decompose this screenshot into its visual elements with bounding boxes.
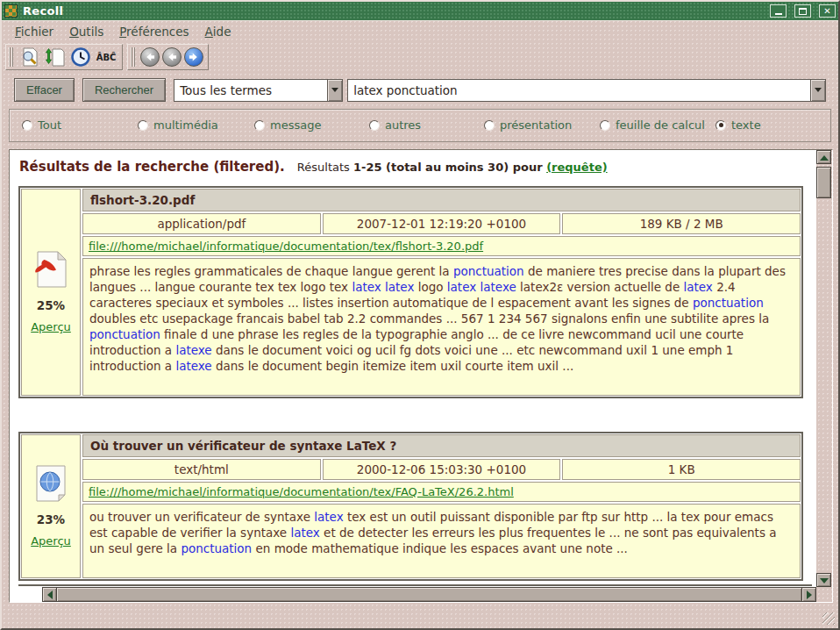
minimize-icon <box>775 12 782 15</box>
result-mimetype: application/pdf <box>82 213 321 234</box>
result-entry: 23% Aperçu Où trouver un vérificateur de… <box>18 432 803 581</box>
sort-results-button[interactable] <box>44 46 67 68</box>
result-date: 2007-12-01 12:19:20 +0100 <box>323 213 561 234</box>
previous-page-button[interactable] <box>162 47 182 67</box>
radio-icon <box>484 120 495 131</box>
result-snippet: ou trouver un verificateur de syntaxe la… <box>82 504 801 578</box>
results-content: Résultats de la recherche (filtered). Ré… <box>11 150 815 586</box>
sort-results-icon <box>45 47 66 68</box>
scroll-up-button[interactable] <box>816 150 831 164</box>
close-icon: ✕ <box>823 7 830 16</box>
document-preview-icon <box>19 47 40 68</box>
clear-button[interactable]: Effacer <box>14 78 75 102</box>
toolbar: ÂBĈ <box>2 42 838 72</box>
menu-item-préférences[interactable]: Préférences <box>111 22 196 41</box>
filter-présentation[interactable]: présentation <box>484 118 572 132</box>
minimize-button[interactable] <box>770 4 787 18</box>
relevance-percent: 25% <box>37 298 65 312</box>
first-page-button[interactable] <box>140 47 160 67</box>
title-bar[interactable]: Recoll ✕ <box>2 2 838 21</box>
result-entry: 25% Aperçu flshort-3.20.pdf application/… <box>18 186 803 398</box>
vertical-scroll-thumb[interactable] <box>816 167 831 198</box>
result-sidebar: 25% Aperçu <box>21 189 81 396</box>
result-url-link[interactable]: file:///home/michael/informatique/docume… <box>89 485 514 498</box>
menu-bar: FichierOutilsPréférencesAide <box>2 21 838 42</box>
term-explorer-icon: ÂBĈ <box>96 53 117 62</box>
result-mimetype: text/html <box>82 459 321 480</box>
result-title: Où trouver un vérificateur de syntaxe La… <box>82 434 801 457</box>
filter-bar: Toutmultimédiamessageautresprésentationf… <box>9 109 831 142</box>
menu-item-outils[interactable]: Outils <box>61 22 111 41</box>
preview-link[interactable]: Aperçu <box>31 534 71 548</box>
maximize-button[interactable] <box>794 4 811 18</box>
menu-item-fichier[interactable]: Fichier <box>7 22 61 41</box>
result-size: 189 KB / 2 MB <box>562 213 801 234</box>
result-url-link[interactable]: file:///home/michael/informatique/docume… <box>89 240 483 253</box>
radio-icon <box>138 120 148 131</box>
results-list: 25% Aperçu flshort-3.20.pdf application/… <box>11 186 815 581</box>
term-explorer-button[interactable]: ÂBĈ <box>95 46 117 68</box>
forward-arrow-icon <box>188 51 200 63</box>
window-title: Recoll <box>23 4 63 18</box>
chevron-down-icon[interactable] <box>327 80 342 101</box>
radio-icon <box>715 120 726 131</box>
search-mode-value: Tous les termes <box>174 80 327 101</box>
back-arrow-icon <box>166 51 178 63</box>
chevron-down-icon[interactable] <box>810 80 825 101</box>
filter-feuille-de-calcul[interactable]: feuille de calcul <box>600 118 705 132</box>
toolbar-grip[interactable] <box>131 47 135 67</box>
relevance-percent: 23% <box>37 512 65 526</box>
radio-icon <box>22 120 32 131</box>
results-range: 1-25 (total au moins 30) pour <box>353 161 546 174</box>
query-link[interactable]: (requête) <box>546 161 608 174</box>
triangle-left-icon <box>43 591 53 599</box>
pdf-file-icon <box>33 251 68 290</box>
scroll-down-button[interactable] <box>816 573 831 587</box>
back-arrow-icon <box>144 51 156 63</box>
search-mode-combobox[interactable]: Tous les termes <box>174 79 343 102</box>
scroll-left-button[interactable] <box>42 587 57 602</box>
result-title: flshort-3.20.pdf <box>82 189 801 211</box>
query-combobox <box>347 79 826 102</box>
search-row: Effacer Rechercher Tous les termes <box>14 78 826 102</box>
filter-message[interactable]: message <box>254 118 321 132</box>
radio-icon <box>600 120 610 131</box>
document-preview-button[interactable] <box>18 46 41 68</box>
recoll-app-icon <box>4 4 18 18</box>
filter-tout[interactable]: Tout <box>22 118 61 132</box>
search-button[interactable]: Rechercher <box>82 78 166 102</box>
scroll-right-button[interactable] <box>801 587 816 602</box>
next-page-button[interactable] <box>184 47 203 67</box>
recoll-window: Recoll ✕ FichierOutilsPréférencesAide <box>0 0 840 630</box>
history-clock-button[interactable] <box>69 46 92 68</box>
vertical-scrollbar[interactable] <box>816 150 832 587</box>
triangle-up-icon <box>820 151 829 161</box>
close-button[interactable]: ✕ <box>819 4 836 18</box>
results-title: Résultats de la recherche (filtered). <box>19 159 285 175</box>
filter-texte[interactable]: texte <box>715 118 761 132</box>
horizontal-scroll-thumb[interactable] <box>57 587 801 602</box>
triangle-right-icon <box>807 591 816 599</box>
search-input[interactable] <box>348 80 810 101</box>
toolbar-grip[interactable] <box>9 47 13 67</box>
preview-link[interactable]: Aperçu <box>31 320 71 333</box>
resize-grip-icon[interactable] <box>822 612 835 625</box>
filter-autres[interactable]: autres <box>369 118 421 132</box>
result-snippet: phrase les regles grammaticales de chaqu… <box>82 258 801 396</box>
html-file-icon <box>33 465 68 505</box>
results-count-prefix: Résultats <box>297 161 350 174</box>
history-clock-icon <box>70 47 91 68</box>
menu-item-aide[interactable]: Aide <box>197 22 239 41</box>
maximize-icon <box>799 8 807 15</box>
radio-icon <box>369 120 380 131</box>
results-panel: Résultats de la recherche (filtered). Ré… <box>9 149 833 603</box>
results-heading: Résultats de la recherche (filtered). Ré… <box>11 150 815 186</box>
result-size: 1 KB <box>562 459 801 480</box>
next-result-peek <box>18 584 812 586</box>
horizontal-scrollbar[interactable] <box>42 587 816 602</box>
filter-multimédia[interactable]: multimédia <box>138 118 218 132</box>
result-date: 2000-12-06 15:03:30 +0100 <box>323 459 561 480</box>
radio-icon <box>254 120 265 131</box>
result-sidebar: 23% Aperçu <box>21 434 81 578</box>
